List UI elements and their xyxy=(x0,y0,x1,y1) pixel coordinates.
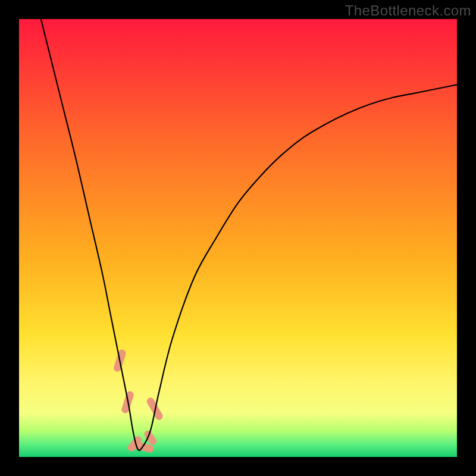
plot-svg xyxy=(19,19,457,457)
chart-frame: TheBottleneck.com xyxy=(0,0,476,476)
gradient-backdrop xyxy=(19,19,457,457)
watermark-text: TheBottleneck.com xyxy=(345,2,471,19)
plot-area xyxy=(19,19,457,457)
